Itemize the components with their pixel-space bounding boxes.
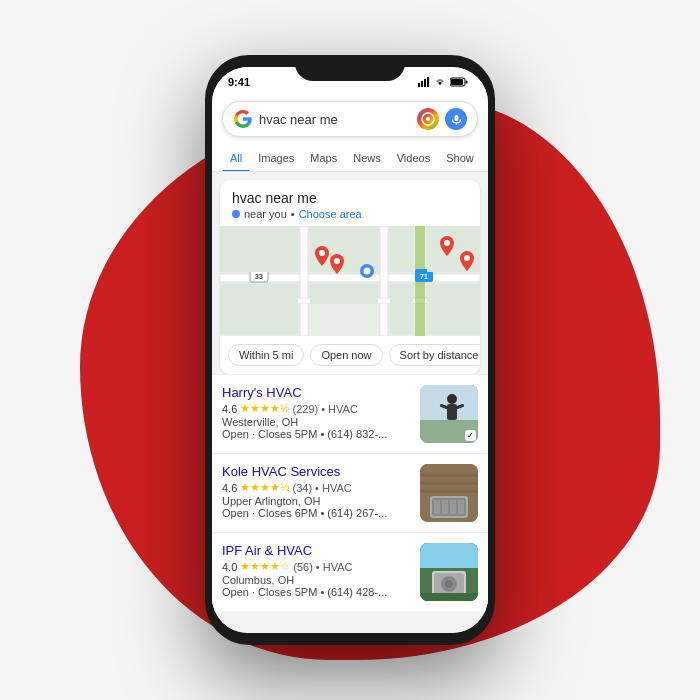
listing-3-type: • HVAC bbox=[316, 561, 353, 573]
svg-rect-14 bbox=[380, 226, 388, 336]
filter-sort-distance[interactable]: Sort by distance bbox=[389, 344, 480, 366]
tab-videos[interactable]: Videos bbox=[389, 145, 438, 171]
map-pin-user bbox=[360, 264, 374, 278]
result-card-meta: near you • Choose area bbox=[232, 208, 468, 220]
status-icons bbox=[418, 77, 468, 87]
listing-2-type: • HVAC bbox=[315, 482, 352, 494]
phone-notch bbox=[295, 55, 405, 81]
svg-point-31 bbox=[444, 240, 450, 246]
svg-rect-44 bbox=[420, 482, 478, 485]
svg-rect-5 bbox=[451, 79, 463, 85]
local-result-card: hvac near me near you • Choose area bbox=[220, 180, 480, 374]
listing-1-type: • HVAC bbox=[321, 403, 358, 415]
listing-3-info: IPF Air & HVAC 4.0 ★★★★☆ (56) • HVAC Col… bbox=[222, 543, 412, 601]
separator: • bbox=[291, 208, 295, 220]
listing-2-stars: ★★★★½ bbox=[240, 481, 289, 494]
svg-rect-51 bbox=[458, 500, 464, 514]
svg-rect-53 bbox=[420, 543, 478, 568]
listing-2-image bbox=[420, 464, 478, 522]
listing-1-badge: ✓ bbox=[465, 430, 476, 441]
listing-item[interactable]: Kole HVAC Services 4.6 ★★★★½ (34) • HVAC… bbox=[212, 453, 488, 532]
listing-3-stars: ★★★★☆ bbox=[240, 560, 290, 573]
listing-1-rating-num: 4.6 bbox=[222, 403, 237, 415]
svg-rect-9 bbox=[454, 115, 458, 121]
svg-rect-2 bbox=[424, 79, 426, 87]
tab-maps[interactable]: Maps bbox=[302, 145, 345, 171]
svg-rect-28 bbox=[427, 284, 480, 334]
phone-shell: 9:41 bbox=[205, 55, 495, 645]
voice-search-icon[interactable] bbox=[445, 108, 467, 130]
signal-icon bbox=[418, 77, 430, 87]
listing-item[interactable]: IPF Air & HVAC 4.0 ★★★★☆ (56) • HVAC Col… bbox=[212, 532, 488, 611]
svg-rect-48 bbox=[434, 500, 440, 514]
svg-rect-21 bbox=[220, 226, 298, 272]
listing-1-rating: 4.6 ★★★★½ (229) • HVAC bbox=[222, 402, 412, 415]
location-dot bbox=[232, 210, 240, 218]
search-query[interactable]: hvac near me bbox=[259, 112, 411, 127]
listing-3-name[interactable]: IPF Air & HVAC bbox=[222, 543, 412, 558]
listing-1-image: ✓ bbox=[420, 385, 478, 443]
svg-point-57 bbox=[445, 580, 453, 588]
business-listings: Harry's HVAC 4.6 ★★★★½ (229) • HVAC West… bbox=[212, 374, 488, 633]
tab-images[interactable]: Images bbox=[250, 145, 302, 171]
hvac-worker-image: ✓ bbox=[420, 385, 478, 443]
listing-3-location: Columbus, OH bbox=[222, 574, 412, 586]
tab-show[interactable]: Show bbox=[438, 145, 482, 171]
listing-3-image bbox=[420, 543, 478, 601]
svg-rect-27 bbox=[427, 226, 480, 272]
search-bar[interactable]: hvac near me bbox=[222, 101, 478, 137]
listing-3-rating-num: 4.0 bbox=[222, 561, 237, 573]
google-lens-icon[interactable] bbox=[417, 108, 439, 130]
tab-all[interactable]: All bbox=[222, 145, 250, 171]
near-you-text: near you bbox=[244, 208, 287, 220]
svg-rect-6 bbox=[466, 81, 468, 84]
filter-within-5mi[interactable]: Within 5 mi bbox=[228, 344, 304, 366]
listing-3-hours: Open · Closes 5PM • (614) 428-... bbox=[222, 586, 412, 598]
result-card-title: hvac near me bbox=[232, 190, 468, 206]
listing-1-info: Harry's HVAC 4.6 ★★★★½ (229) • HVAC West… bbox=[222, 385, 412, 443]
svg-point-8 bbox=[426, 117, 430, 121]
listing-item[interactable]: Harry's HVAC 4.6 ★★★★½ (229) • HVAC West… bbox=[212, 374, 488, 453]
hvac-unit-brick-image bbox=[420, 464, 478, 522]
listing-2-rating: 4.6 ★★★★½ (34) • HVAC bbox=[222, 481, 412, 494]
svg-point-34 bbox=[364, 268, 371, 275]
svg-rect-1 bbox=[421, 81, 423, 87]
tab-news[interactable]: News bbox=[345, 145, 389, 171]
svg-rect-49 bbox=[442, 500, 448, 514]
listing-3-count: (56) bbox=[293, 561, 313, 573]
svg-rect-0 bbox=[418, 83, 420, 87]
phone-screen: 9:41 bbox=[212, 67, 488, 633]
choose-area-link[interactable]: Choose area bbox=[299, 208, 362, 220]
status-time: 9:41 bbox=[228, 76, 250, 88]
listing-2-name[interactable]: Kole HVAC Services bbox=[222, 464, 412, 479]
listing-1-name[interactable]: Harry's HVAC bbox=[222, 385, 412, 400]
svg-rect-38 bbox=[447, 404, 457, 420]
svg-rect-23 bbox=[390, 226, 413, 272]
filter-open-now[interactable]: Open now bbox=[310, 344, 382, 366]
svg-text:71: 71 bbox=[420, 273, 428, 280]
svg-rect-50 bbox=[450, 500, 456, 514]
svg-point-30 bbox=[334, 258, 340, 264]
listing-2-rating-num: 4.6 bbox=[222, 482, 237, 494]
battery-icon bbox=[450, 77, 468, 87]
listing-1-count: (229) bbox=[292, 403, 318, 415]
svg-point-37 bbox=[447, 394, 457, 404]
map-area[interactable]: 33 71 bbox=[220, 226, 480, 336]
listing-1-hours: Open · Closes 5PM • (614) 832-... bbox=[222, 428, 412, 440]
svg-rect-26 bbox=[390, 284, 413, 334]
search-content: hvac near me near you • Choose area bbox=[212, 172, 488, 633]
svg-point-32 bbox=[464, 255, 470, 261]
svg-rect-13 bbox=[300, 226, 308, 336]
wifi-icon bbox=[434, 77, 446, 87]
svg-text:33: 33 bbox=[255, 273, 263, 280]
filter-row: Within 5 mi Open now Sort by distance bbox=[220, 336, 480, 374]
map-svg: 33 71 bbox=[220, 226, 480, 336]
svg-rect-43 bbox=[420, 474, 478, 477]
hvac-unit-green-image bbox=[420, 543, 478, 601]
svg-rect-25 bbox=[310, 284, 378, 304]
svg-rect-3 bbox=[427, 77, 429, 87]
svg-point-29 bbox=[319, 250, 325, 256]
listing-1-location: Westerville, OH bbox=[222, 416, 412, 428]
google-logo bbox=[233, 109, 253, 129]
listing-1-stars: ★★★★½ bbox=[240, 402, 289, 415]
